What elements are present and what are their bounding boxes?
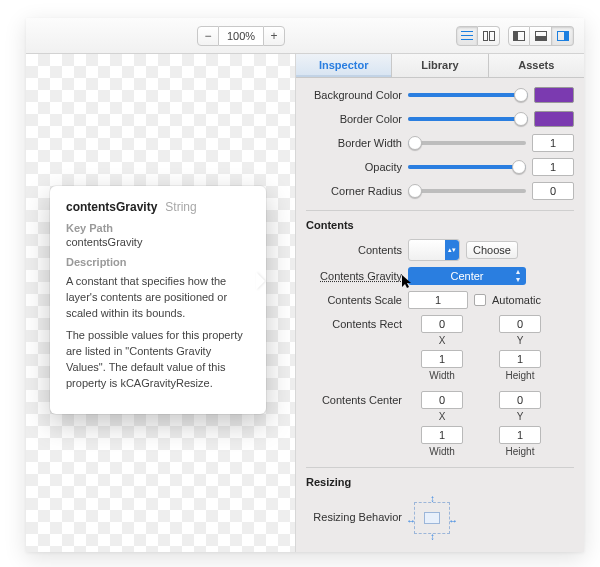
inspector-tab-body: Background Color Border Color Border Wid… bbox=[296, 78, 584, 552]
x-sublabel: X bbox=[439, 411, 446, 422]
popover-description-2: The possible values for this property ar… bbox=[66, 328, 250, 392]
cursor-icon bbox=[402, 275, 414, 289]
border-color-swatch[interactable] bbox=[534, 111, 574, 127]
toolbar: − 100% + bbox=[26, 18, 584, 54]
contents-rect-x-field[interactable]: 0 bbox=[421, 315, 463, 333]
corner-radius-label: Corner Radius bbox=[306, 185, 402, 197]
corner-radius-field[interactable]: 0 bbox=[532, 182, 574, 200]
contents-image-well[interactable]: ▴▾ bbox=[408, 239, 460, 261]
view-mode-segment bbox=[456, 26, 500, 46]
tab-assets[interactable]: Assets bbox=[489, 54, 584, 77]
contents-center-w-field[interactable]: 1 bbox=[421, 426, 463, 444]
width-sublabel: Width bbox=[429, 446, 455, 457]
left-panel-icon bbox=[513, 31, 525, 41]
columns-icon bbox=[483, 31, 495, 41]
chevron-updown-icon: ▴▾ bbox=[445, 240, 459, 260]
inspector-tabs: Inspector Library Assets bbox=[296, 54, 584, 78]
tab-library[interactable]: Library bbox=[392, 54, 488, 77]
border-color-label: Border Color bbox=[306, 113, 402, 125]
arrow-down-icon: ↕ bbox=[430, 532, 435, 542]
choose-button[interactable]: Choose bbox=[466, 241, 518, 259]
corner-radius-slider[interactable] bbox=[408, 189, 526, 193]
automatic-label: Automatic bbox=[492, 294, 541, 306]
inspector-panel: Inspector Library Assets Background Colo… bbox=[296, 54, 584, 552]
toggle-left-panel-button[interactable] bbox=[508, 26, 530, 46]
popover-type: String bbox=[165, 200, 196, 214]
bottom-panel-icon bbox=[535, 31, 547, 41]
contents-section-header: Contents bbox=[306, 210, 574, 231]
zoom-value: 100% bbox=[219, 26, 263, 46]
tab-inspector[interactable]: Inspector bbox=[296, 54, 392, 77]
arrow-right-icon: ↔ bbox=[448, 516, 458, 526]
contents-center-y-field[interactable]: 0 bbox=[499, 391, 541, 409]
contents-rect-w-field[interactable]: 1 bbox=[421, 350, 463, 368]
x-sublabel: X bbox=[439, 335, 446, 346]
background-color-label: Background Color bbox=[306, 89, 402, 101]
y-sublabel: Y bbox=[517, 411, 524, 422]
popover-name: contentsGravity bbox=[66, 200, 157, 214]
contents-scale-field[interactable]: 1 bbox=[408, 291, 468, 309]
height-sublabel: Height bbox=[506, 446, 535, 457]
contents-center-x-field[interactable]: 0 bbox=[421, 391, 463, 409]
automatic-checkbox[interactable] bbox=[474, 294, 486, 306]
contents-rect-y-field[interactable]: 0 bbox=[499, 315, 541, 333]
resizing-behavior-control[interactable]: ↕ ↕ ↔ ↔ bbox=[408, 496, 456, 540]
list-icon bbox=[461, 31, 473, 41]
right-panel-icon bbox=[557, 31, 569, 41]
popover-description-1: A constant that specifies how the layer'… bbox=[66, 274, 250, 322]
contents-center-h-field[interactable]: 1 bbox=[499, 426, 541, 444]
view-mode-list-button[interactable] bbox=[456, 26, 478, 46]
background-color-swatch[interactable] bbox=[534, 87, 574, 103]
resizing-behavior-label: Resizing Behavior bbox=[306, 511, 402, 524]
height-sublabel: Height bbox=[506, 370, 535, 381]
arrow-left-icon: ↔ bbox=[406, 516, 416, 526]
popover-keypath-value: contentsGravity bbox=[66, 236, 250, 248]
chevron-updown-icon: ▴▾ bbox=[516, 268, 520, 284]
toggle-bottom-panel-button[interactable] bbox=[530, 26, 552, 46]
view-mode-columns-button[interactable] bbox=[478, 26, 500, 46]
toolbar-right bbox=[456, 26, 574, 46]
contents-center-label: Contents Center bbox=[306, 394, 402, 406]
toggle-right-panel-button[interactable] bbox=[552, 26, 574, 46]
border-width-slider[interactable] bbox=[408, 141, 526, 145]
help-popover: contentsGravity String Key Path contents… bbox=[50, 186, 266, 414]
contents-rect-h-field[interactable]: 1 bbox=[499, 350, 541, 368]
opacity-field[interactable]: 1 bbox=[532, 158, 574, 176]
arrow-up-icon: ↕ bbox=[430, 494, 435, 504]
zoom-out-button[interactable]: − bbox=[197, 26, 219, 46]
border-width-field[interactable]: 1 bbox=[532, 134, 574, 152]
contents-scale-label: Contents Scale bbox=[306, 294, 402, 306]
contents-gravity-label[interactable]: Contents Gravity bbox=[306, 270, 402, 282]
panel-toggle-segment bbox=[508, 26, 574, 46]
border-width-label: Border Width bbox=[306, 137, 402, 149]
popover-keypath-label: Key Path bbox=[66, 222, 250, 234]
width-sublabel: Width bbox=[429, 370, 455, 381]
resizing-section-header: Resizing bbox=[306, 467, 574, 488]
zoom-control: − 100% + bbox=[166, 26, 316, 46]
contents-label: Contents bbox=[306, 244, 402, 256]
background-color-slider[interactable] bbox=[408, 93, 528, 97]
zoom-in-button[interactable]: + bbox=[263, 26, 285, 46]
opacity-label: Opacity bbox=[306, 161, 402, 173]
y-sublabel: Y bbox=[517, 335, 524, 346]
contents-gravity-value: Center bbox=[450, 270, 483, 282]
contents-gravity-popup[interactable]: Center ▴▾ bbox=[408, 267, 526, 285]
opacity-slider[interactable] bbox=[408, 165, 526, 169]
popover-description-label: Description bbox=[66, 256, 250, 268]
border-color-slider[interactable] bbox=[408, 117, 528, 121]
contents-rect-label: Contents Rect bbox=[306, 318, 402, 330]
